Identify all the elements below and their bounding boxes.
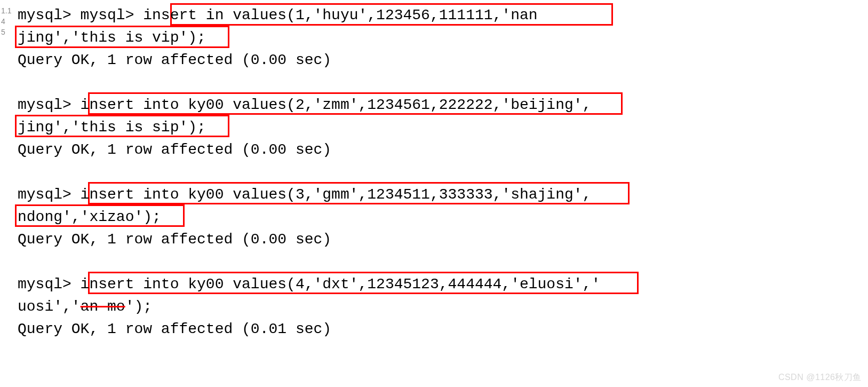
line-number: 1.1 xyxy=(1,6,11,15)
terminal-line: Query OK, 1 row affected (0.00 sec) xyxy=(18,49,863,72)
terminal-line: mysql> mysql> insert in values(1,'huyu',… xyxy=(18,4,863,27)
terminal-line: mysql> insert into ky00 values(4,'dxt',1… xyxy=(18,273,863,296)
struck-text: an mo xyxy=(81,298,125,315)
text-fragment: '); xyxy=(125,298,152,315)
terminal-line: jing','this is vip'); xyxy=(18,27,863,49)
line-number: 4 xyxy=(1,17,11,26)
line-number: 5 xyxy=(1,28,11,37)
terminal-line: mysql> insert into ky00 values(2,'zmm',1… xyxy=(18,94,863,116)
terminal-output: mysql> mysql> insert in values(1,'huyu',… xyxy=(18,4,863,341)
text-fragment: uosi',' xyxy=(18,298,81,315)
blank-line xyxy=(18,161,863,184)
terminal-line: mysql> insert into ky00 values(3,'gmm',1… xyxy=(18,184,863,206)
line-number-gutter: 1.1 4 5 xyxy=(1,6,11,38)
terminal-line: uosi','an mo'); xyxy=(18,296,863,318)
blank-line xyxy=(18,251,863,273)
terminal-line: Query OK, 1 row affected (0.00 sec) xyxy=(18,139,863,161)
terminal-line: ndong','xizao'); xyxy=(18,206,863,228)
blank-line xyxy=(18,72,863,94)
terminal-line: Query OK, 1 row affected (0.01 sec) xyxy=(18,318,863,341)
terminal-line: Query OK, 1 row affected (0.00 sec) xyxy=(18,228,863,251)
terminal-line: jing','this is sip'); xyxy=(18,116,863,139)
